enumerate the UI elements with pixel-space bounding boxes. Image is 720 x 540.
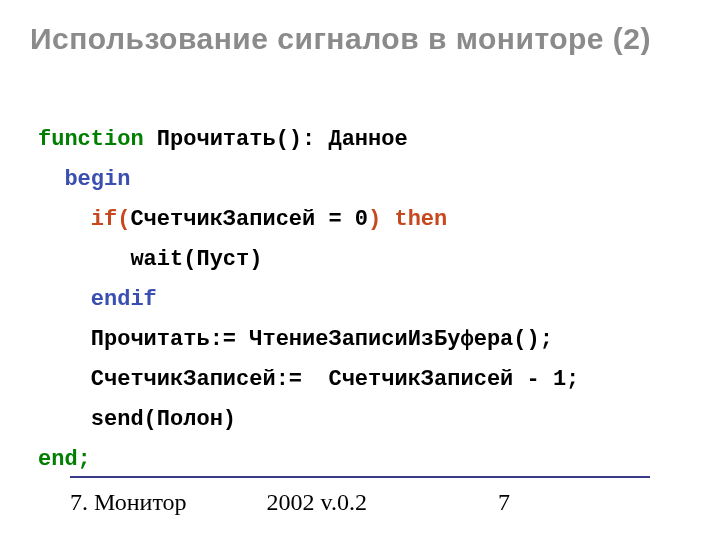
keyword-then: then — [381, 207, 447, 232]
keyword-if-open: if( — [91, 207, 131, 232]
code-text: Прочитать(): Данное — [144, 127, 408, 152]
keyword-function: function — [38, 127, 144, 152]
slide-title: Использование сигналов в мониторе (2) — [30, 22, 690, 56]
code-wait: wait(Пуст) — [130, 247, 262, 272]
footer-page-number: 7 — [498, 489, 650, 516]
footer: 7. Монитор 2002 v.0.2 7 — [70, 489, 650, 516]
code-block: function Прочитать(): Данное begin if(Сч… — [38, 120, 690, 480]
slide: Использование сигналов в мониторе (2) fu… — [0, 0, 720, 540]
code-condition: СчетчикЗаписей = 0 — [130, 207, 368, 232]
footer-divider — [70, 476, 650, 478]
keyword-if-close: ) — [368, 207, 381, 232]
keyword-end: end; — [38, 447, 91, 472]
footer-section: 7. Монитор — [70, 489, 187, 516]
code-assign-counter: СчетчикЗаписей:= СчетчикЗаписей - 1; — [91, 367, 579, 392]
code-send: send(Полон) — [91, 407, 236, 432]
keyword-begin: begin — [64, 167, 130, 192]
footer-version: 2002 v.0.2 — [187, 489, 498, 516]
keyword-endif: endif — [91, 287, 157, 312]
code-assign-read: Прочитать:= ЧтениеЗаписиИзБуфера(); — [91, 327, 553, 352]
